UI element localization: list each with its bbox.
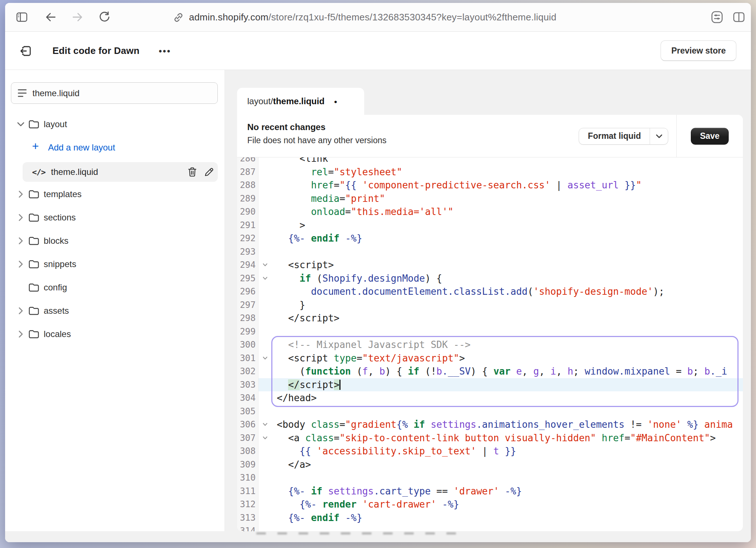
code-line: 310	[237, 471, 743, 485]
code-text[interactable]: onload="this.media='all'"	[271, 205, 743, 219]
tree-item-add-layout[interactable]: +Add a new layout	[5, 139, 224, 156]
tree-item-assets[interactable]: assets	[5, 302, 224, 320]
tree-item-snippets[interactable]: snippets	[5, 255, 224, 273]
tree-item-config[interactable]: config	[5, 279, 224, 296]
tree-item-templates[interactable]: templates	[5, 185, 224, 203]
clipped-code-sliver	[256, 532, 460, 535]
line-number: 297	[237, 298, 259, 312]
selected-file-row[interactable]: </>theme.liquid	[23, 162, 218, 182]
code-text[interactable]: <link	[271, 157, 743, 165]
code-lines[interactable]: 286 <link287 rel="stylesheet"288 href="{…	[237, 157, 743, 531]
code-text[interactable]	[271, 471, 743, 485]
tree-item-blocks[interactable]: blocks	[5, 232, 224, 250]
tab-theme-liquid[interactable]: layout/theme.liquid ●	[237, 88, 364, 115]
code-text[interactable]: </script>	[271, 378, 743, 392]
code-text[interactable]: <!-- Mixpanel Javascript SDK -->	[271, 338, 743, 352]
delete-file-icon[interactable]	[186, 166, 198, 178]
code-text[interactable]	[271, 405, 743, 418]
fold-spacer	[259, 285, 271, 298]
file-search-box[interactable]	[11, 82, 218, 104]
text-cursor	[339, 380, 340, 390]
code-text[interactable]: </a>	[271, 458, 743, 471]
code-text[interactable]: <script>	[271, 258, 743, 272]
format-liquid-label[interactable]: Format liquid	[579, 128, 650, 144]
code-text[interactable]	[271, 325, 743, 338]
chevron-right-icon[interactable]	[16, 214, 25, 222]
line-number: 299	[237, 325, 259, 338]
code-text[interactable]: document.documentElement.classList.add('…	[271, 285, 743, 298]
line-number: 311	[237, 485, 259, 498]
status-subtitle: File does not have any other versions	[247, 136, 386, 145]
code-text[interactable]: }	[271, 298, 743, 312]
code-text[interactable]: href="{{ 'component-predictive-search.cs…	[271, 179, 743, 192]
format-liquid-button[interactable]: Format liquid	[579, 128, 668, 145]
reload-icon[interactable]	[98, 11, 111, 23]
file-search-input[interactable]	[32, 88, 204, 98]
chevron-right-icon[interactable]	[16, 260, 25, 268]
url-text: admin.shopify.com/store/rzq1xu-f5/themes…	[189, 12, 556, 23]
line-number: 287	[237, 165, 259, 179]
chevron-right-icon[interactable]	[16, 237, 25, 245]
code-text[interactable]: if (Shopify.designMode) {	[271, 272, 743, 285]
fold-toggle-icon[interactable]	[259, 418, 271, 431]
code-text[interactable]: {{ 'accessibility.skip_to_text' | t }}	[271, 445, 743, 458]
more-actions-button[interactable]: •••	[155, 45, 175, 57]
code-line: 306<body class="gradient{% if settings.a…	[237, 418, 743, 431]
save-button[interactable]: Save	[691, 128, 729, 145]
code-text[interactable]: {%- render 'cart-drawer' -%}	[271, 498, 743, 511]
browser-chrome: admin.shopify.com/store/rzq1xu-f5/themes…	[5, 3, 751, 32]
address-bar[interactable]: admin.shopify.com/store/rzq1xu-f5/themes…	[173, 3, 556, 32]
back-icon[interactable]	[44, 11, 57, 23]
code-text[interactable]	[271, 245, 743, 259]
chevron-down-icon[interactable]	[16, 122, 25, 127]
exit-code-editor-icon[interactable]	[19, 44, 33, 58]
line-number: 298	[237, 312, 259, 325]
code-line: 292 {%- endif -%}	[237, 232, 743, 245]
code-text[interactable]: </head>	[271, 391, 743, 405]
extensions-icon[interactable]	[711, 11, 723, 23]
code-line: 288 href="{{ 'component-predictive-searc…	[237, 179, 743, 192]
code-text[interactable]: >	[271, 219, 743, 232]
chevron-right-icon[interactable]	[16, 190, 25, 198]
fold-toggle-icon[interactable]	[259, 352, 271, 365]
code-text[interactable]: {%- endif -%}	[271, 232, 743, 245]
code-text[interactable]	[271, 524, 743, 531]
tree-item-layout[interactable]: layout	[5, 116, 224, 133]
code-editor[interactable]: 286 <link287 rel="stylesheet"288 href="{…	[237, 157, 743, 531]
code-text[interactable]: {%- endif -%}	[271, 511, 743, 525]
fold-spacer	[259, 524, 271, 531]
code-text[interactable]: (function (f, b) { if (!b.__SV) { var e,…	[271, 365, 743, 378]
code-line: 307 <a class="skip-to-content-link butto…	[237, 431, 743, 445]
code-text[interactable]: </script>	[271, 312, 743, 325]
tree-item-sections[interactable]: sections	[5, 209, 224, 226]
line-number: 286	[237, 157, 259, 165]
version-status: No recent changes File does not have any…	[247, 122, 386, 145]
code-text[interactable]: <a class="skip-to-content-link button vi…	[271, 431, 743, 445]
fold-toggle-icon[interactable]	[259, 272, 271, 285]
rename-file-icon[interactable]	[203, 166, 215, 178]
line-number: 289	[237, 192, 259, 206]
tree-item-theme-liquid[interactable]: </>theme.liquid	[5, 162, 224, 182]
forward-icon[interactable]	[71, 11, 84, 23]
format-dropdown-toggle[interactable]	[650, 128, 668, 144]
line-number: 292	[237, 232, 259, 245]
fold-toggle-icon[interactable]	[259, 431, 271, 445]
line-number: 312	[237, 498, 259, 511]
fold-toggle-icon[interactable]	[259, 258, 271, 272]
code-text[interactable]: media="print"	[271, 192, 743, 206]
code-text[interactable]: rel="stylesheet"	[271, 165, 743, 179]
fold-spacer	[259, 498, 271, 511]
code-text[interactable]: <body class="gradient{% if settings.anim…	[271, 418, 743, 431]
chevron-right-icon[interactable]	[16, 307, 25, 315]
sidebar-toggle-icon[interactable]	[16, 11, 28, 23]
preview-store-button[interactable]: Preview store	[661, 40, 736, 61]
tree-item-locales[interactable]: locales	[5, 325, 224, 343]
folder-icon	[28, 259, 39, 269]
chevron-right-icon[interactable]	[16, 330, 25, 338]
split-view-icon[interactable]	[733, 11, 745, 23]
code-line: 287 rel="stylesheet"	[237, 165, 743, 179]
code-text[interactable]: <script type="text/javascript">	[271, 352, 743, 365]
line-number: 303	[237, 378, 259, 392]
line-number: 304	[237, 391, 259, 405]
code-text[interactable]: {%- if settings.cart_type == 'drawer' -%…	[271, 485, 743, 498]
